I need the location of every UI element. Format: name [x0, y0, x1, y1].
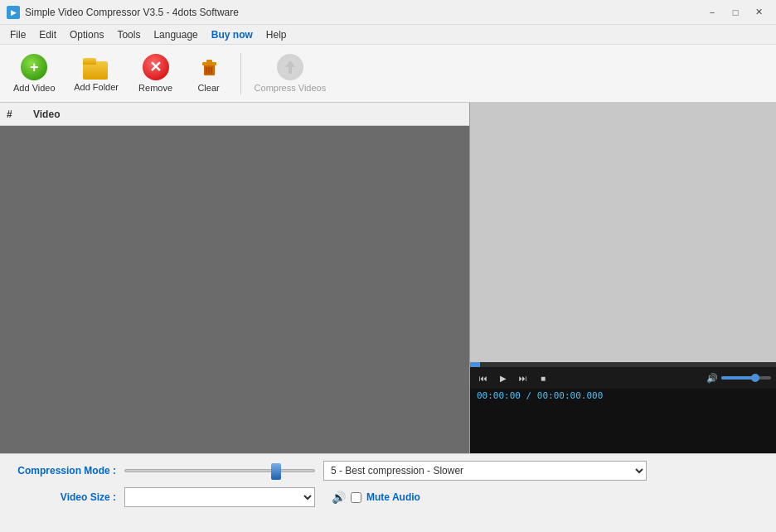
volume-fill — [721, 376, 754, 380]
app-icon: ▶ — [7, 6, 20, 19]
player-volume: 🔊 — [706, 373, 771, 384]
compression-mode-label: Compression Mode : — [17, 465, 116, 476]
compression-select[interactable]: 5 - Best compression - Slower 1 - Fastes… — [323, 461, 647, 481]
menu-options[interactable]: Options — [63, 26, 110, 44]
menu-help[interactable]: Help — [259, 26, 293, 44]
titlebar-controls: − □ ✕ — [701, 4, 769, 21]
compress-icon — [277, 54, 303, 80]
video-size-label: Video Size : — [17, 491, 116, 503]
video-size-select[interactable] — [124, 487, 315, 507]
mute-label[interactable]: Mute Audio — [366, 491, 420, 503]
add-folder-icon — [83, 55, 109, 80]
speaker-icon: 🔊 — [332, 491, 346, 504]
player-controls: ⏮ ▶ ⏭ ■ 🔊 — [470, 367, 776, 389]
add-folder-button[interactable]: Add Folder — [65, 49, 128, 99]
titlebar-left: ▶ Simple Video Compressor V3.5 - 4dots S… — [7, 6, 239, 19]
compress-label: Compress Videos — [255, 83, 327, 93]
file-list-header: # Video — [0, 103, 469, 126]
toolbar-separator — [240, 53, 241, 94]
player-skip-forward-button[interactable]: ⏭ — [515, 370, 531, 385]
add-video-icon: + — [21, 54, 47, 80]
video-player: ⏮ ▶ ⏭ ■ 🔊 00:00:00 / 00:00:00.000 — [470, 362, 776, 453]
volume-thumb — [751, 374, 759, 382]
menubar: File Edit Options Tools Language Buy now… — [0, 25, 776, 45]
close-button[interactable]: ✕ — [748, 4, 769, 21]
clear-button[interactable]: Clear — [184, 49, 234, 99]
mute-area: 🔊 Mute Audio — [332, 491, 420, 504]
titlebar: ▶ Simple Video Compressor V3.5 - 4dots S… — [0, 0, 776, 25]
add-video-button[interactable]: + Add Video — [7, 49, 62, 99]
volume-icon: 🔊 — [706, 373, 718, 384]
svg-rect-2 — [206, 60, 212, 63]
compression-mode-row: Compression Mode : 5 - Best compression … — [17, 461, 759, 481]
col-video: Video — [33, 109, 60, 120]
volume-slider[interactable] — [721, 376, 771, 380]
player-time: 00:00:00 / 00:00:00.000 — [470, 389, 776, 406]
add-video-label: Add Video — [13, 83, 56, 93]
maximize-button[interactable]: □ — [725, 4, 746, 21]
menu-edit[interactable]: Edit — [32, 26, 63, 44]
mute-checkbox[interactable] — [351, 492, 361, 503]
add-folder-label: Add Folder — [74, 82, 119, 92]
app-title: Simple Video Compressor V3.5 - 4dots Sof… — [25, 7, 239, 18]
preview-area — [470, 103, 776, 362]
player-play-button[interactable]: ▶ — [495, 370, 512, 385]
remove-button[interactable]: ✕ Remove — [131, 49, 181, 99]
toolbar: + Add Video Add Folder ✕ Remove Clear — [0, 45, 776, 103]
compress-videos-button[interactable]: Compress Videos — [248, 49, 333, 99]
compression-slider-track[interactable] — [124, 469, 315, 472]
video-size-row: Video Size : 🔊 Mute Audio — [17, 487, 759, 507]
compression-slider-container — [124, 462, 315, 479]
main-area: # Video ⏮ ▶ ⏭ ■ 🔊 — [0, 103, 776, 453]
clear-icon — [196, 54, 222, 80]
preview-panel: ⏮ ▶ ⏭ ■ 🔊 00:00:00 / 00:00:00.000 — [470, 103, 776, 453]
menu-file[interactable]: File — [3, 26, 32, 44]
menu-buynow[interactable]: Buy now — [205, 26, 259, 44]
minimize-button[interactable]: − — [701, 4, 723, 21]
player-stop-button[interactable]: ■ — [535, 370, 551, 385]
player-skip-back-button[interactable]: ⏮ — [475, 370, 492, 385]
col-hash: # — [7, 109, 33, 120]
compression-slider-thumb[interactable] — [271, 463, 281, 480]
player-progress-fill — [470, 362, 480, 367]
clear-label: Clear — [197, 83, 219, 93]
file-list-panel: # Video — [0, 103, 470, 453]
menu-language[interactable]: Language — [147, 26, 204, 44]
remove-icon: ✕ — [143, 54, 169, 80]
player-progress-bar[interactable] — [470, 362, 776, 367]
bottom-controls: Compression Mode : 5 - Best compression … — [0, 453, 776, 532]
remove-label: Remove — [138, 83, 172, 93]
menu-tools[interactable]: Tools — [110, 26, 147, 44]
